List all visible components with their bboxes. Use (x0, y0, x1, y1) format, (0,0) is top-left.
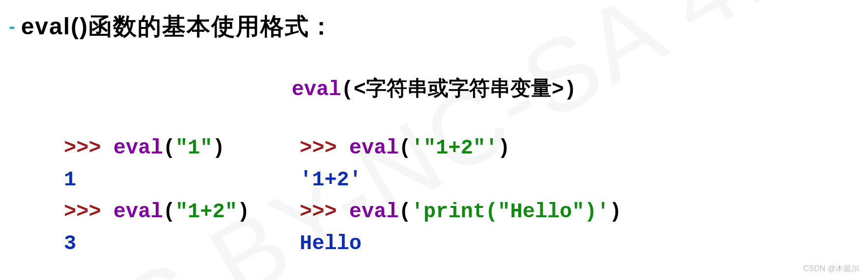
bullet-icon: - (9, 16, 15, 37)
code-output: Hello (300, 228, 621, 260)
repl-prompt: >>> (300, 200, 349, 224)
code-output: '1+2' (300, 164, 621, 196)
syntax-line: eval(<字符串或字符串变量>) (0, 75, 868, 102)
code-columns: >>> eval("1") 1 >>> eval("1+2") 3 >>> ev… (0, 132, 868, 260)
code-string: 'print("Hello")' (411, 200, 609, 224)
code-string: "1+2" (175, 200, 237, 224)
code-fn: eval (113, 200, 163, 224)
repl-prompt: >>> (300, 136, 349, 160)
code-line: >>> eval("1+2") (64, 196, 295, 228)
code-line: >>> eval("1") (64, 132, 295, 164)
code-fn: eval (349, 136, 399, 160)
repl-prompt: >>> (64, 136, 113, 160)
attribution-text: CSDN @木懿尔 (803, 264, 859, 274)
code-paren: ) (498, 136, 510, 160)
code-output: 3 (64, 228, 295, 260)
code-paren: ( (163, 200, 175, 224)
code-paren: ) (213, 136, 225, 160)
heading-row: - eval()函数的基本使用格式： (0, 0, 868, 42)
syntax-open: ( (341, 78, 353, 102)
syntax-close: ) (564, 78, 576, 102)
code-paren: ) (609, 200, 621, 224)
syntax-fn: eval (292, 78, 341, 102)
code-string: "1" (175, 136, 213, 160)
output-value: Hello (300, 232, 362, 255)
code-paren: ( (399, 200, 411, 224)
code-paren: ) (237, 200, 250, 224)
syntax-arg: <字符串或字符串变量> (354, 78, 564, 102)
output-value: '1+2' (300, 168, 362, 192)
code-fn: eval (113, 136, 163, 160)
output-value: 1 (64, 168, 76, 192)
code-line: >>> eval('print("Hello")') (300, 196, 621, 228)
code-column-right: >>> eval('"1+2"') '1+2' >>> eval('print(… (300, 132, 621, 260)
code-output: 1 (64, 164, 295, 196)
output-value: 3 (64, 232, 76, 255)
code-column-left: >>> eval("1") 1 >>> eval("1+2") 3 (64, 132, 295, 260)
code-fn: eval (349, 200, 399, 224)
code-paren: ( (399, 136, 411, 160)
code-paren: ( (163, 136, 175, 160)
heading-text: eval()函数的基本使用格式： (21, 11, 334, 42)
code-string: '"1+2"' (411, 136, 498, 160)
repl-prompt: >>> (64, 200, 113, 224)
code-line: >>> eval('"1+2"') (300, 132, 621, 164)
